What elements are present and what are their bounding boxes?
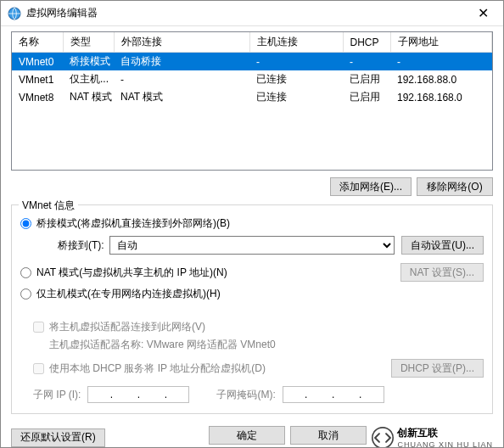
- group-legend: VMnet 信息: [19, 199, 78, 213]
- brand-logo-icon: [372, 427, 394, 449]
- bridge-select[interactable]: 自动: [109, 236, 395, 255]
- use-dhcp-checkbox: [33, 363, 44, 374]
- hostonly-radio[interactable]: [20, 288, 31, 300]
- col-type[interactable]: 类型: [63, 32, 114, 53]
- connect-adapter-row: 将主机虚拟适配器连接到此网络(V): [33, 320, 484, 334]
- subnet-mask-label: 子网掩码(M):: [216, 388, 275, 402]
- dhcp-settings-button: DHCP 设置(P)...: [391, 359, 484, 378]
- bridge-radio-row[interactable]: 桥接模式(将虚拟机直接连接到外部网络)(B): [20, 216, 484, 231]
- window-title: 虚拟网络编辑器: [26, 6, 98, 20]
- bridge-to-label: 桥接到(T):: [58, 238, 104, 253]
- col-name[interactable]: 名称: [12, 32, 63, 53]
- bridge-radio[interactable]: [20, 218, 31, 229]
- titlebar: 虚拟网络编辑器 ✕: [1, 1, 503, 26]
- cancel-button[interactable]: 取消: [290, 426, 367, 445]
- add-network-button[interactable]: 添加网络(E)...: [330, 177, 412, 196]
- bridge-radio-label: 桥接模式(将虚拟机直接连接到外部网络)(B): [36, 216, 230, 231]
- table-row[interactable]: VMnet0 桥接模式 自动桥接 - - -: [12, 53, 492, 71]
- nat-settings-button: NAT 设置(S)...: [400, 263, 484, 282]
- col-dhcp[interactable]: DHCP: [343, 32, 390, 53]
- brand-text: 创新互联 CHUANG XIN HU LIAN: [397, 426, 493, 448]
- subnet-ip-row: 子网 IP (I): . . . 子网掩码(M): . . .: [33, 386, 484, 403]
- adapter-name-label: 主机虚拟适配器名称: VMware 网络适配器 VMnet0: [49, 338, 484, 352]
- nat-radio[interactable]: [20, 267, 31, 278]
- subnet-ip-field: . . .: [87, 386, 189, 403]
- subnet-mask-field: . . .: [283, 386, 384, 403]
- remove-network-button[interactable]: 移除网络(O): [417, 177, 493, 196]
- use-dhcp-label: 使用本地 DHCP 服务将 IP 地址分配给虚拟机(D): [49, 361, 266, 376]
- footer: 还原默认设置(R) 确定 取消 创新互联 CHUANG XIN HU LIAN: [1, 417, 503, 448]
- col-ext[interactable]: 外部连接: [114, 32, 249, 53]
- auto-settings-button[interactable]: 自动设置(U)...: [401, 236, 484, 255]
- brand-logo: 创新互联 CHUANG XIN HU LIAN: [372, 426, 493, 448]
- hostonly-radio-row[interactable]: 仅主机模式(在专用网络内连接虚拟机)(H): [20, 287, 484, 301]
- subnet-ip-label: 子网 IP (I):: [33, 388, 81, 402]
- bridge-to-row: 桥接到(T): 自动 自动设置(U)...: [58, 236, 484, 255]
- table-header-row: 名称 类型 外部连接 主机连接 DHCP 子网地址: [12, 32, 492, 53]
- connect-adapter-label: 将主机虚拟适配器连接到此网络(V): [49, 320, 205, 334]
- connect-adapter-checkbox: [33, 322, 44, 333]
- restore-defaults-button[interactable]: 还原默认设置(R): [11, 428, 105, 447]
- col-subnet[interactable]: 子网地址: [390, 32, 492, 53]
- use-dhcp-row: 使用本地 DHCP 服务将 IP 地址分配给虚拟机(D) DHCP 设置(P).…: [33, 359, 484, 378]
- titlebar-left: 虚拟网络编辑器: [8, 6, 98, 20]
- nat-radio-label: NAT 模式(与虚拟机共享主机的 IP 地址)(N): [36, 266, 227, 280]
- vmnet-info-group: VMnet 信息 桥接模式(将虚拟机直接连接到外部网络)(B) 桥接到(T): …: [11, 204, 493, 414]
- nat-radio-row[interactable]: NAT 模式(与虚拟机共享主机的 IP 地址)(N) NAT 设置(S)...: [20, 263, 484, 282]
- table-row[interactable]: VMnet8 NAT 模式 NAT 模式 已连接 已启用 192.168.168…: [12, 88, 492, 106]
- network-table[interactable]: 名称 类型 外部连接 主机连接 DHCP 子网地址 VMnet0 桥接模式 自动…: [11, 31, 493, 171]
- hostonly-radio-label: 仅主机模式(在专用网络内连接虚拟机)(H): [36, 287, 221, 301]
- close-button[interactable]: ✕: [464, 2, 501, 25]
- col-host[interactable]: 主机连接: [249, 32, 343, 53]
- ok-button[interactable]: 确定: [209, 426, 285, 445]
- network-buttons-row: 添加网络(E)... 移除网络(O): [11, 177, 493, 196]
- app-icon: [8, 7, 21, 20]
- table-row[interactable]: VMnet1 仅主机... - 已连接 已启用 192.168.88.0: [12, 70, 492, 88]
